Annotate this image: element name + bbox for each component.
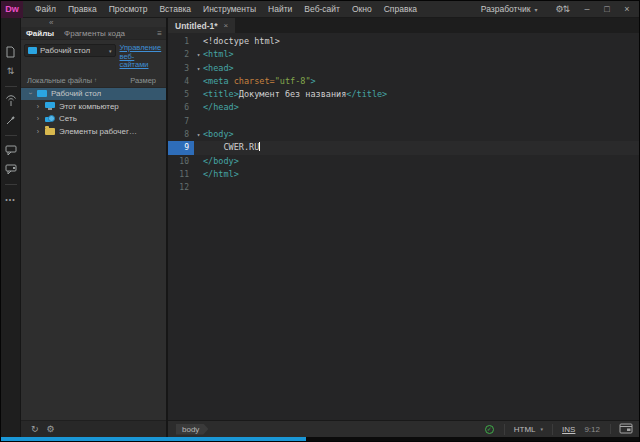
customize-toolbar-icon[interactable]: ••• bbox=[3, 191, 19, 207]
tree-row-this-computer[interactable]: › Этот компьютер bbox=[21, 100, 166, 113]
menu-window[interactable]: Окно bbox=[346, 1, 378, 17]
code-fold-icon[interactable]: ▾ bbox=[194, 65, 203, 72]
workspace-switcher[interactable]: Разработчик ▾ bbox=[471, 4, 548, 14]
code-text: <meta charset="utf-8"> bbox=[203, 75, 316, 88]
panel-menu-icon[interactable]: ≡ bbox=[157, 29, 162, 38]
code-line[interactable]: 12 bbox=[168, 181, 639, 194]
code-line[interactable]: 7 bbox=[168, 115, 639, 128]
editor-area: Untitled-1* × 1<!doctype html>2▾<html>3▾… bbox=[168, 18, 639, 437]
site-selector-value: Рабочий стол bbox=[40, 46, 106, 55]
file-management-icon[interactable]: ⇅ bbox=[3, 63, 19, 79]
toolbar-divider bbox=[5, 184, 17, 185]
line-number: 2 bbox=[168, 48, 194, 61]
chevron-down-icon: ▾ bbox=[534, 6, 537, 13]
code-fold-icon[interactable]: ▾ bbox=[194, 51, 203, 58]
workspace-label: Разработчик bbox=[481, 4, 531, 14]
code-line[interactable]: 8▾<body> bbox=[168, 128, 639, 141]
lint-ok-icon: ✓ bbox=[485, 425, 494, 434]
manage-sites-link[interactable]: Управление веб-сайтами bbox=[120, 44, 164, 70]
statusbar-divider bbox=[610, 424, 611, 434]
code-view[interactable]: 1<!doctype html>2▾<html>3▾<head>4<meta c… bbox=[168, 33, 639, 420]
tree-row-label: Элементы рабочег… bbox=[59, 127, 137, 136]
code-line[interactable]: 2▾<html> bbox=[168, 48, 639, 61]
language-selector[interactable]: HTML ▾ bbox=[504, 424, 553, 435]
close-button[interactable]: × bbox=[617, 1, 637, 17]
sync-files-icon[interactable]: ⚙ bbox=[47, 424, 55, 434]
preview-window-icon[interactable] bbox=[619, 423, 633, 436]
language-value: HTML bbox=[514, 425, 536, 434]
remove-comment-icon[interactable] bbox=[3, 161, 19, 177]
menu-insert[interactable]: Вставка bbox=[153, 1, 197, 17]
code-text: <!doctype html> bbox=[203, 35, 280, 48]
line-number: 10 bbox=[168, 155, 194, 168]
code-line[interactable]: 1<!doctype html> bbox=[168, 35, 639, 48]
tree-row-desktop[interactable]: › Рабочий стол bbox=[21, 88, 166, 101]
code-line[interactable]: 9 CWER.RU bbox=[168, 141, 639, 154]
sync-settings-icon[interactable]: ⚙⇅ bbox=[547, 4, 577, 14]
left-toolbar: ⇅ ••• bbox=[1, 18, 21, 437]
manage-sites-line2: веб-сайтами bbox=[120, 52, 149, 70]
menu-view[interactable]: Просмотр bbox=[103, 1, 154, 17]
panel-dock-bar: « bbox=[21, 18, 166, 27]
toolbar-divider bbox=[5, 135, 17, 136]
expander-closed-icon[interactable]: › bbox=[35, 103, 41, 110]
line-number: 12 bbox=[168, 181, 194, 194]
files-panel: « Файлы Фрагменты кода ≡ Рабочий стол ▾ … bbox=[21, 18, 168, 437]
desktop-icon bbox=[28, 47, 37, 54]
tag-selector-body[interactable]: body bbox=[176, 424, 208, 435]
files-panel-empty-area bbox=[21, 138, 166, 421]
tab-snippets[interactable]: Фрагменты кода bbox=[59, 29, 130, 38]
menu-site[interactable]: Веб-сайт bbox=[298, 1, 346, 17]
code-fold-icon[interactable]: ▾ bbox=[194, 131, 203, 138]
code-line[interactable]: 3▾<head> bbox=[168, 62, 639, 75]
open-documents-icon[interactable] bbox=[3, 44, 19, 60]
expander-open-icon[interactable]: › bbox=[27, 91, 34, 97]
expander-closed-icon[interactable]: › bbox=[35, 115, 41, 122]
chevron-down-icon: ▾ bbox=[541, 426, 544, 432]
expander-closed-icon[interactable]: › bbox=[35, 128, 41, 135]
dreamweaver-logo: Dw bbox=[1, 1, 23, 18]
code-text: </html> bbox=[203, 168, 239, 181]
window-controls: – □ × bbox=[577, 1, 637, 17]
column-size[interactable]: Размер bbox=[130, 76, 156, 85]
line-number: 11 bbox=[168, 168, 194, 181]
panel-tabs: Файлы Фрагменты кода ≡ bbox=[21, 27, 166, 40]
tree-row-label: Рабочий стол bbox=[51, 89, 101, 98]
code-text: <head> bbox=[203, 62, 234, 75]
maximize-button[interactable]: □ bbox=[597, 1, 617, 17]
code-line[interactable]: 5<title>Документ без названия</title> bbox=[168, 88, 639, 101]
tree-row-desktop-items[interactable]: › Элементы рабочег… bbox=[21, 125, 166, 138]
code-line[interactable]: 10</body> bbox=[168, 155, 639, 168]
taskbar-edge bbox=[1, 437, 639, 441]
live-preview-icon[interactable] bbox=[3, 93, 19, 109]
refresh-icon[interactable]: ↻ bbox=[31, 424, 39, 434]
code-line[interactable]: 4<meta charset="utf-8"> bbox=[168, 75, 639, 88]
document-tab[interactable]: Untitled-1* × bbox=[168, 18, 235, 33]
title-bar: Dw Файл Правка Просмотр Вставка Инструме… bbox=[1, 1, 639, 18]
file-list-headers: Локальные файлы ↑ Размер bbox=[21, 73, 166, 88]
menu-help[interactable]: Справка bbox=[378, 1, 423, 17]
close-tab-icon[interactable]: × bbox=[224, 21, 229, 30]
code-line[interactable]: 6</head> bbox=[168, 101, 639, 114]
document-tab-bar: Untitled-1* × bbox=[168, 18, 639, 33]
collapse-panels-icon[interactable]: « bbox=[49, 18, 53, 27]
tab-files[interactable]: Файлы bbox=[21, 29, 59, 38]
code-text: <html> bbox=[203, 48, 234, 61]
menu-tools[interactable]: Инструменты bbox=[197, 1, 262, 17]
tree-row-label: Сеть bbox=[59, 114, 77, 123]
menu-edit[interactable]: Правка bbox=[62, 1, 103, 17]
line-number: 6 bbox=[168, 101, 194, 114]
menu-find[interactable]: Найти bbox=[262, 1, 298, 17]
insert-mode-indicator[interactable]: INS bbox=[562, 425, 575, 434]
site-row: Рабочий стол ▾ Управление веб-сайтами bbox=[21, 40, 166, 73]
format-source-icon[interactable] bbox=[3, 112, 19, 128]
code-line[interactable]: 11</html> bbox=[168, 168, 639, 181]
column-local-files[interactable]: Локальные файлы bbox=[27, 76, 92, 85]
tree-row-network[interactable]: › Сеть bbox=[21, 113, 166, 126]
site-selector[interactable]: Рабочий стол ▾ bbox=[24, 44, 116, 57]
sort-ascending-icon: ↑ bbox=[94, 77, 97, 83]
menu-file[interactable]: Файл bbox=[29, 1, 62, 17]
minimize-button[interactable]: – bbox=[577, 1, 597, 17]
apply-comment-icon[interactable] bbox=[3, 142, 19, 158]
line-number: 3 bbox=[168, 62, 194, 75]
